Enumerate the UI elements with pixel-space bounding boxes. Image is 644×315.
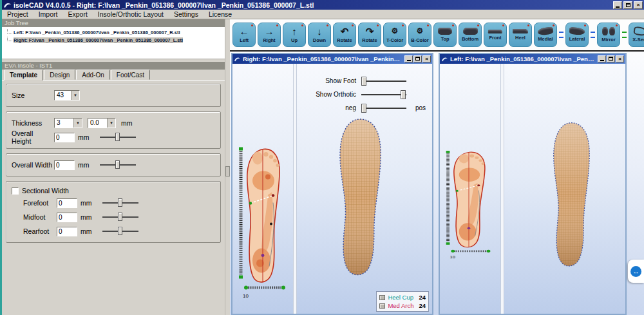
slider-thumb[interactable] [361, 104, 366, 113]
menu-export[interactable]: Export [62, 10, 92, 18]
overall-height-input[interactable] [54, 133, 75, 142]
unit-label: mm [78, 133, 90, 141]
toolbar-button-x-sect[interactable]: X-Sect [629, 23, 644, 47]
forefoot-input[interactable] [57, 198, 77, 208]
toolbar-button-lateral[interactable]: Lateral [565, 23, 589, 47]
toolbar-button-mirror[interactable]: Mirror [597, 23, 620, 47]
menu-project[interactable]: Project [2, 10, 33, 18]
job-tree-item-left[interactable]: Left: F:\Ivan _Penkin_051386_000007\Ivan… [6, 28, 225, 36]
toolbar-button-b-color[interactable]: ⚙B-Color [408, 23, 431, 47]
slider-thumb[interactable] [361, 77, 366, 86]
show-foot-slider[interactable] [361, 81, 406, 82]
teamviewer-tab[interactable]: ↔ [628, 260, 644, 283]
cross-section-icon [633, 26, 644, 37]
close-button[interactable]: × [422, 55, 431, 62]
forefoot-slider[interactable] [102, 202, 138, 204]
tab-template[interactable]: Template [4, 70, 43, 81]
teamviewer-icon: ↔ [630, 266, 641, 277]
overall-width-input[interactable] [54, 160, 75, 170]
show-foot-label: Show Foot [297, 77, 356, 84]
toolbar-button-left[interactable]: ←Left [232, 23, 256, 47]
tab-add-on[interactable]: Add-On [76, 70, 109, 80]
neg-pos-slider[interactable] [361, 108, 406, 109]
orthotic-mesh-canvas[interactable] [328, 117, 392, 278]
sectional-width-checkbox[interactable] [12, 187, 19, 195]
menu-settings[interactable]: Settings [169, 10, 204, 18]
midfoot-slider[interactable] [102, 216, 138, 218]
close-button[interactable]: × [634, 1, 643, 9]
foot-scan-pane-left[interactable]: 10 [440, 64, 501, 314]
toolbar-connector [591, 32, 595, 38]
job-tree-header: Job Tree [2, 19, 225, 27]
toolbar-button-bottom[interactable]: Bottom [459, 23, 482, 47]
slider-thumb[interactable] [118, 198, 122, 207]
viewport-right-titlebar[interactable]: Right: F:\Ivan _Penkin_051386_000007\Iva… [232, 54, 432, 64]
viewport-left-titlebar[interactable]: Left: F:\Ivan _Penkin_051386_000007\Ivan… [440, 54, 625, 64]
toolbar-button-top[interactable]: Top [433, 23, 457, 47]
toolbar-button-rotate-cw[interactable]: ↷Rotate [358, 23, 381, 47]
overall-height-slider[interactable] [100, 137, 136, 138]
toolbar-button-down[interactable]: ↓Down [308, 23, 331, 47]
orthotic-pane-right[interactable]: Show Foot Show Orthotic neg [297, 64, 432, 314]
slider-thumb[interactable] [118, 213, 122, 221]
orthotic-pane-left[interactable] [504, 64, 625, 314]
arrow-right-icon: → [265, 26, 274, 37]
foot-scan-canvas[interactable]: 10 [442, 146, 496, 262]
midfoot-label: Midfoot [23, 213, 57, 221]
minimize-button[interactable] [613, 1, 622, 9]
thickness-select[interactable]: 3 ▼ [54, 118, 82, 128]
rearfoot-input[interactable] [57, 227, 77, 236]
slider-thumb[interactable] [401, 90, 406, 99]
menu-license[interactable]: License [204, 10, 237, 18]
chevron-down-icon[interactable]: ▼ [71, 91, 79, 100]
foot-scan-pane-right[interactable]: 10 [232, 64, 294, 314]
thickness-offset-select[interactable]: 0.0 ▼ [88, 118, 116, 128]
panel-splitter[interactable] [225, 19, 230, 315]
show-orthotic-slider[interactable] [361, 94, 406, 95]
maximize-button[interactable] [607, 55, 615, 62]
arch-legend: Heel Cup 24 Med Arch 24 [376, 291, 429, 312]
rearfoot-label: Rearfoot [23, 227, 57, 235]
viewport-right-title: Right: F:\Ivan _Penkin_051386_000007\Iva… [243, 55, 402, 62]
menu-import[interactable]: Import [33, 10, 63, 18]
close-button[interactable]: × [616, 55, 624, 62]
minimize-button[interactable] [404, 55, 413, 62]
pos-label: pos [415, 104, 426, 111]
template-form: Size 43 ▼ Thickness 3 ▼ [2, 81, 225, 315]
maximize-button[interactable] [413, 55, 422, 62]
orthotic-mesh-canvas[interactable] [543, 120, 600, 269]
overall-width-slider[interactable] [100, 164, 136, 166]
tab-design[interactable]: Design [44, 70, 75, 80]
slider-thumb[interactable] [115, 133, 120, 141]
toolbar-button-medial[interactable]: Medial [534, 23, 557, 47]
chevron-down-icon[interactable]: ▼ [73, 119, 82, 128]
slider-thumb[interactable] [115, 160, 120, 169]
chevron-down-icon[interactable]: ▼ [107, 119, 115, 128]
job-tree: Left: F:\Ivan _Penkin_051386_000007\Ivan… [2, 27, 225, 59]
toolbar-button-t-color[interactable]: ⚙T-Color [383, 23, 406, 47]
restore-button[interactable] [623, 1, 632, 9]
insole-bottom-view-icon [463, 28, 478, 35]
splitter-grip-icon[interactable] [225, 166, 230, 177]
toolbar-button-front[interactable]: Front [484, 23, 507, 47]
rearfoot-slider[interactable] [102, 231, 138, 232]
show-orthotic-label: Show Orthotic [297, 91, 356, 98]
toolbar-button-rotate-ccw[interactable]: ↶Rotate [333, 23, 356, 47]
toolbar-button-right[interactable]: →Right [258, 23, 281, 47]
slider-thumb[interactable] [118, 227, 122, 235]
view-toolbar: ←Left →Right ↑Up ↓Down ↶Rotate ↷Rotate ⚙… [230, 19, 644, 52]
job-tree-item-right[interactable]: Right: F:\Ivan _Penkin_051386_000007\Iva… [6, 36, 225, 44]
insole-lateral-view-icon [569, 27, 585, 35]
toolbar-button-up[interactable]: ↑Up [283, 23, 306, 47]
overall-height-label: Overall Height [12, 129, 54, 145]
tree-connector [7, 37, 12, 41]
size-select[interactable]: 43 ▼ [54, 90, 80, 100]
toolbar-button-heel[interactable]: Heel [509, 23, 532, 47]
arrow-down-icon: ↓ [317, 26, 322, 37]
tab-foot-cast[interactable]: Foot/Cast [111, 70, 150, 80]
minimize-button[interactable] [598, 55, 606, 62]
midfoot-input[interactable] [57, 213, 77, 222]
insole-medial-view-icon [537, 26, 553, 35]
foot-scan-canvas[interactable]: 10 [234, 140, 291, 304]
menu-insole-orthotic-layout[interactable]: Insole/Orthotic Layout [93, 10, 169, 18]
